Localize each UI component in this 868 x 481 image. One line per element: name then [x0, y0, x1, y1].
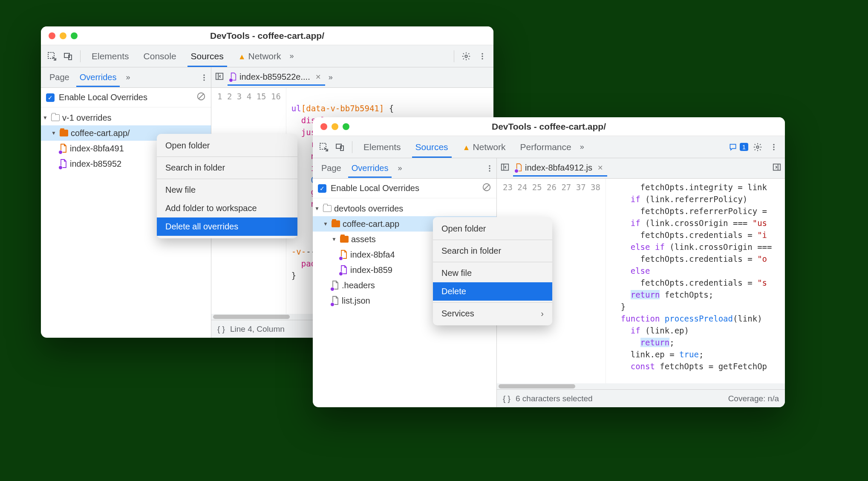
minimize-dot[interactable] [60, 32, 66, 39]
tab-network[interactable]: ▲Network [457, 137, 512, 157]
context-separator [433, 240, 552, 240]
main-toolbar: Elements Sources ▲Network Performance » … [313, 136, 785, 158]
file-tab[interactable]: index-b859522e.... ✕ [228, 70, 325, 86]
ctx-delete-all-overrides[interactable]: Delete all overrides [157, 217, 297, 236]
side-more-icon[interactable] [197, 71, 211, 84]
side-tab-overrides[interactable]: Overrides [75, 68, 122, 87]
tab-performance[interactable]: Performance [514, 137, 577, 157]
ctx-open-folder[interactable]: Open folder [157, 136, 297, 155]
code-line: ul[data-v-bb7b5941] { [291, 102, 493, 114]
tab-sources[interactable]: Sources [185, 46, 230, 67]
more-side-tabs-chevron[interactable]: » [121, 73, 134, 82]
more-file-tabs-chevron[interactable]: » [325, 73, 336, 82]
zoom-dot[interactable] [343, 123, 349, 130]
settings-gear-icon[interactable] [751, 140, 764, 154]
braces-icon[interactable]: { } [503, 394, 510, 403]
ctx-services[interactable]: Services› [433, 304, 552, 323]
file-tab[interactable]: index-8bfa4912.js ✕ [513, 160, 607, 177]
close-tab-icon[interactable]: ✕ [315, 73, 321, 81]
context-menu: Open folder Search in folder New file Ad… [157, 134, 297, 238]
enable-overrides-checkbox[interactable]: ✓ [318, 184, 326, 193]
traffic-lights [49, 32, 78, 39]
inspect-icon[interactable] [317, 140, 331, 154]
tree-folder-root[interactable]: ▼v-1 overrides [41, 110, 211, 125]
tab-console[interactable]: Console [138, 46, 182, 67]
svg-point-7 [203, 74, 205, 75]
code-line: fetchOpts.referrerPolicy = [611, 205, 785, 217]
ctx-open-folder[interactable]: Open folder [433, 220, 552, 238]
main-toolbar: Elements Console Sources ▲Network » [41, 45, 493, 67]
tree-folder-root[interactable]: ▼devtools overrides [313, 201, 496, 216]
titlebar[interactable]: DevTools - coffee-cart.app/ [41, 26, 493, 45]
close-dot[interactable] [320, 123, 327, 130]
more-tabs-chevron[interactable]: » [290, 52, 294, 61]
warning-icon: ▲ [463, 143, 470, 152]
horizontal-scrollbar[interactable] [497, 383, 785, 389]
ctx-search-folder[interactable]: Search in folder [433, 242, 552, 260]
side-tab-page[interactable]: Page [44, 68, 75, 87]
code-line: fetchOpts.integrity = link [611, 181, 785, 193]
code-line: else if (link.crossOrigin === [611, 241, 785, 253]
messages-badge: 1 [740, 143, 748, 151]
ctx-new-file[interactable]: New file [157, 181, 297, 199]
css-file-icon [340, 265, 348, 275]
toggle-panel-right-icon[interactable] [772, 162, 781, 174]
messages-button[interactable]: 1 [729, 143, 748, 151]
close-tab-icon[interactable]: ✕ [597, 164, 603, 172]
tab-elements[interactable]: Elements [86, 46, 135, 67]
override-dot-icon [58, 165, 63, 170]
more-side-tabs-chevron[interactable]: » [393, 164, 406, 173]
svg-point-21 [489, 165, 490, 166]
enable-overrides-row: ✓ Enable Local Overrides [313, 179, 496, 198]
code-line: if (link.referrerPolicy) [611, 193, 785, 205]
folder-icon [340, 236, 349, 243]
tab-sources[interactable]: Sources [409, 137, 454, 157]
clear-overrides-icon[interactable] [482, 183, 491, 194]
code-line: if (link.crossOrigin === "us [611, 217, 785, 229]
inspect-icon[interactable] [45, 49, 59, 63]
tab-elements[interactable]: Elements [358, 137, 407, 157]
svg-point-23 [489, 170, 490, 171]
svg-point-22 [489, 168, 490, 169]
ctx-delete[interactable]: Delete [433, 282, 552, 301]
titlebar[interactable]: DevTools - coffee-cart.app/ [313, 117, 785, 136]
editor-statusbar: { } 6 characters selected Coverage: n/a [497, 389, 785, 407]
tab-network[interactable]: ▲Network [232, 46, 287, 67]
clear-overrides-icon[interactable] [196, 92, 206, 103]
more-tabs-chevron[interactable]: » [580, 142, 584, 151]
minimize-dot[interactable] [332, 123, 338, 130]
more-menu-icon[interactable] [476, 49, 489, 63]
side-more-icon[interactable] [483, 162, 496, 175]
ctx-add-folder[interactable]: Add folder to workspace [157, 199, 297, 217]
svg-point-18 [773, 144, 774, 145]
css-file-icon [60, 159, 67, 168]
toggle-panel-left-icon[interactable] [500, 162, 510, 174]
device-toggle-icon[interactable] [61, 49, 75, 63]
toggle-panel-left-icon[interactable] [215, 72, 224, 83]
enable-overrides-checkbox[interactable]: ✓ [46, 93, 55, 102]
toolbar-separator [80, 50, 81, 62]
enable-overrides-label: Enable Local Overrides [59, 93, 147, 102]
coverage-status: Coverage: n/a [728, 394, 779, 403]
code-editor[interactable]: fetchOpts.integrity = link if (link.refe… [606, 179, 785, 383]
ctx-new-file[interactable]: New file [433, 264, 552, 282]
enable-overrides-label: Enable Local Overrides [331, 183, 419, 193]
svg-point-19 [773, 146, 774, 148]
close-dot[interactable] [49, 32, 55, 39]
cursor-position: Line 4, Column [230, 325, 285, 334]
folder-icon [332, 220, 340, 227]
svg-line-25 [484, 185, 489, 190]
svg-point-17 [756, 146, 759, 148]
device-toggle-icon[interactable] [333, 140, 347, 154]
side-tab-overrides[interactable]: Overrides [346, 159, 394, 177]
warning-icon: ▲ [238, 52, 246, 61]
zoom-dot[interactable] [71, 32, 78, 39]
more-menu-icon[interactable] [767, 140, 781, 154]
ctx-search-folder[interactable]: Search in folder [157, 159, 297, 177]
braces-icon[interactable]: { } [217, 325, 225, 334]
settings-gear-icon[interactable] [459, 49, 473, 63]
code-line: if (link.ep) [611, 325, 785, 336]
side-tab-page[interactable]: Page [316, 159, 346, 177]
svg-point-5 [482, 55, 483, 57]
traffic-lights [320, 123, 349, 130]
